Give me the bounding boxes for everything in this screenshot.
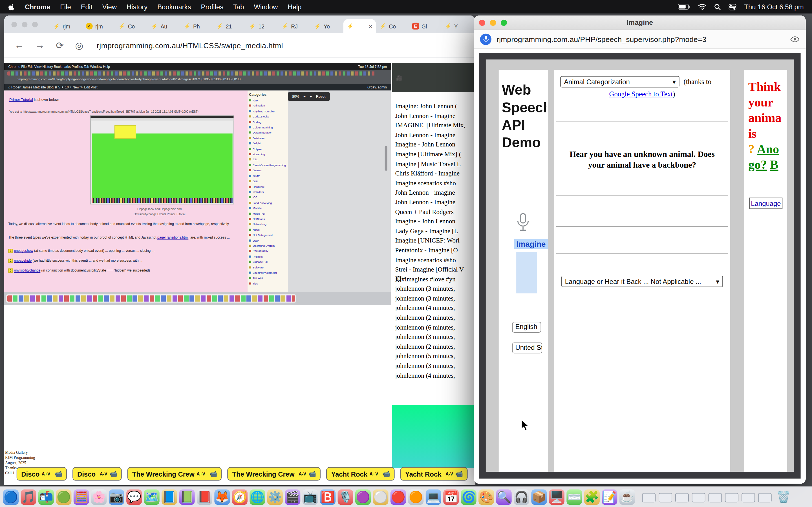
media-list-item[interactable]: Imagine scenarios #sho [395, 178, 474, 188]
category-item[interactable]: Games [249, 168, 286, 173]
media-list-item[interactable]: John Lennon - Imagine [395, 111, 474, 121]
media-list-item[interactable]: Imagine scenarios #sho [395, 255, 474, 265]
category-select[interactable]: Animal Categorization ▾ [560, 76, 679, 87]
category-item[interactable]: Operating System [249, 243, 286, 248]
forward-icon[interactable]: → [35, 40, 45, 51]
minimize-window-button[interactable] [22, 22, 28, 27]
category-item[interactable]: Installers [249, 189, 286, 194]
onvisibilitychange-link[interactable]: onvisibilitychange [14, 269, 41, 272]
dock-app-icon[interactable]: ⚪ [373, 489, 388, 505]
dock-app-icon[interactable]: 🦊 [214, 489, 230, 505]
menu-history[interactable]: History [126, 3, 147, 11]
browser-tab[interactable]: ⚡ Yo [311, 19, 343, 33]
category-item[interactable]: Hardware [249, 184, 286, 189]
control-center-icon[interactable] [728, 3, 737, 10]
media-list-item[interactable]: Imagine [UNICEF: Worl [395, 236, 474, 245]
category-item[interactable]: ESL [249, 157, 286, 162]
dock-app-icon[interactable]: ⚙️ [267, 489, 283, 505]
dock-app-icon[interactable]: 🌀 [461, 489, 476, 505]
dock-app-icon[interactable]: 🎙️ [338, 489, 353, 505]
category-item[interactable]: Database [249, 135, 286, 141]
browser-tab[interactable]: ⚡ 21 [213, 19, 246, 33]
media-list-item[interactable]: Lady Gaga - Imagine [L [395, 226, 474, 236]
media-button[interactable]: Yacht RockA-V 📹 [400, 467, 467, 481]
imagine-url-bar[interactable]: rjmprogramming.com.au/PHP/speech_supervi… [474, 30, 806, 49]
media-list-item[interactable]: 🖼#imagines #love #yn [395, 275, 474, 284]
reload-icon[interactable]: ⟳ [56, 40, 64, 51]
media-list-item[interactable]: johnlennon (2 minutes, [395, 342, 474, 351]
menu-help[interactable]: Help [288, 3, 301, 11]
media-list-item[interactable]: IMAGINE. [Ultimate Mix, [395, 121, 474, 130]
media-list-item[interactable]: johnlennon (6 minutes, [395, 323, 474, 332]
dock-app-icon[interactable]: 🅱️ [320, 489, 336, 505]
close-window-button[interactable] [11, 22, 17, 27]
category-item[interactable]: Animation [249, 103, 286, 108]
minimized-window-thumbnail[interactable] [675, 493, 689, 502]
category-item[interactable]: Not Categorised [249, 232, 286, 238]
browser-tab[interactable]: ⚡ Ph [180, 19, 213, 33]
zoom-reset-button[interactable]: Reset [316, 95, 326, 98]
dock-app-icon[interactable]: 🧩 [584, 489, 600, 505]
english-button[interactable]: English [512, 322, 541, 333]
minimized-window-thumbnail[interactable] [725, 493, 739, 502]
search-icon[interactable] [714, 3, 721, 10]
primer-tutorial-link[interactable]: Primer Tutorial [9, 98, 33, 101]
fullscreen-button[interactable] [501, 20, 507, 26]
category-item[interactable]: Land Surveying [249, 200, 286, 205]
dock-app-icon[interactable]: 📦 [531, 489, 547, 505]
browser-tab[interactable]: ⚡ 12 [246, 19, 278, 33]
dock-app-icon[interactable]: 🗺️ [144, 489, 160, 505]
category-item[interactable]: Delphi [249, 141, 286, 146]
media-list-item[interactable]: johnlennon (4 minutes, [395, 303, 474, 313]
zoom-in-button[interactable]: + [310, 95, 312, 98]
dock-app-icon[interactable]: 🟣 [355, 489, 371, 505]
imagine-url-text[interactable]: rjmprogramming.com.au/PHP/speech_supervi… [497, 35, 706, 43]
category-item[interactable]: Signage Poll [249, 260, 286, 265]
media-button[interactable]: Yacht RockA+V 📹 [326, 467, 395, 481]
media-thumbnail[interactable]: 🎥 [392, 63, 474, 92]
media-button[interactable]: DiscoA+V 📹 [17, 467, 67, 481]
minimized-window-thumbnail[interactable] [742, 493, 755, 502]
dock-app-icon[interactable]: 🎧 [514, 489, 529, 505]
onpagehide-link[interactable]: onpagehide [14, 259, 32, 262]
media-button[interactable]: DiscoA-V 📹 [72, 467, 122, 481]
google-speech-link[interactable]: Google Speech to Text [609, 90, 673, 98]
address-bar[interactable]: rjmprogramming.com.au/HTMLCSS/swipe_medi… [97, 41, 283, 49]
browser-tab[interactable]: ⚡ Y [441, 19, 474, 33]
dock-app-icon[interactable]: ⌨️ [566, 489, 582, 505]
zoom-window-button[interactable] [32, 22, 38, 27]
dock-app-icon[interactable]: 📷 [109, 489, 124, 505]
category-item[interactable]: OOP [249, 238, 286, 243]
category-item[interactable]: Code::Blocks [249, 114, 286, 119]
menu-edit[interactable]: Edit [81, 3, 93, 11]
embedded-scrollbar[interactable] [385, 146, 388, 171]
tab-close-icon[interactable]: × [369, 22, 372, 30]
dock-app-icon[interactable]: 📬 [38, 489, 54, 505]
media-list-item[interactable]: johnlennon (4 minutes, [395, 371, 474, 380]
media-list-item[interactable]: Imagine - John Lennon [395, 140, 474, 150]
page-transitions-link[interactable]: pageTransitions.html [157, 235, 188, 239]
dock-app-icon[interactable]: 🌐 [250, 489, 265, 505]
media-list-item[interactable]: Imagine | Music Travel L [395, 159, 474, 169]
browser-tab[interactable]: ✓ rjm [82, 19, 115, 33]
browser-tab[interactable]: E Gi [409, 19, 441, 33]
dock-app-icon[interactable]: 🖥️ [549, 489, 564, 505]
menu-bookmarks[interactable]: Bookmarks [157, 3, 191, 11]
browser-tab[interactable]: ⚡ Au [147, 19, 180, 33]
category-item[interactable]: News [249, 227, 286, 232]
onpageshow-link[interactable]: onpageshow [14, 249, 33, 252]
media-list-item[interactable]: John Lennon - Imagine [395, 198, 474, 207]
category-item[interactable]: Networking [249, 222, 286, 227]
minimized-window-thumbnail[interactable] [709, 493, 722, 502]
dock-app-icon[interactable]: 🎵 [20, 489, 36, 505]
category-item[interactable]: Tiki Wiki [249, 276, 286, 281]
minimized-window-thumbnail[interactable] [659, 493, 672, 502]
browser-tab[interactable]: ⚡ RJ [278, 19, 311, 33]
browser-tab[interactable]: ⚡ Co [376, 19, 409, 33]
menu-window[interactable]: Window [254, 3, 278, 11]
dock-app-icon[interactable]: 🔵 [3, 489, 18, 505]
dock-app-icon[interactable]: 🌸 [91, 489, 107, 505]
dock-app-icon[interactable]: 🧮 [73, 489, 89, 505]
media-list-item[interactable]: Chris Kläfford - Imagine [395, 169, 474, 178]
browser-tab[interactable]: ⚡ rjm [50, 19, 82, 33]
